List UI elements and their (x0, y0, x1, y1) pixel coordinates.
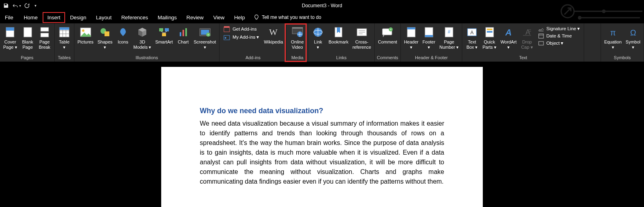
save-icon[interactable] (3, 3, 9, 8)
tab-layout[interactable]: Layout (91, 12, 117, 23)
tab-review[interactable]: Review (182, 12, 209, 23)
header-icon (407, 26, 416, 39)
svg-rect-52 (425, 35, 433, 37)
svg-rect-31 (224, 26, 230, 28)
svg-rect-19 (165, 28, 169, 31)
online-video-icon (292, 26, 303, 39)
lightbulb-icon (254, 14, 259, 20)
my-addins-button[interactable]: My Add-ins ▾ (224, 34, 259, 40)
symbol-icon: Ω (628, 26, 638, 39)
cover-page-button[interactable]: Cover Page ▾ (2, 25, 19, 51)
group-links: Link ▾ Bookmark Cross- reference Links (308, 23, 375, 62)
group-label-pages: Pages (21, 54, 33, 61)
online-video-button[interactable]: Online Video (289, 25, 306, 51)
bookmark-icon (334, 26, 343, 39)
date-time-button[interactable]: Date & Time (538, 33, 580, 39)
svg-text:A: A (525, 28, 530, 36)
svg-rect-25 (185, 28, 187, 36)
page-break-button[interactable]: Page Break (37, 25, 53, 51)
addins-icon (224, 34, 230, 40)
qat-customize-icon[interactable]: ▾ (35, 4, 37, 8)
cross-reference-button[interactable]: Cross- reference (351, 25, 373, 51)
group-label-addins: Add-ins (246, 54, 260, 61)
document-title: Document3 - Word (302, 3, 342, 8)
3d-models-button[interactable]: 3D Models ▾ (132, 25, 153, 51)
chart-button[interactable]: Chart (175, 25, 191, 46)
tab-mailings[interactable]: Mailings (153, 12, 182, 23)
screenshot-button[interactable]: + Screenshot ▾ (192, 25, 218, 51)
drop-cap-button[interactable]: A Drop Cap ▾ (519, 25, 535, 51)
tell-me-search[interactable]: Tell me what you want to do (254, 14, 321, 20)
footer-button[interactable]: Footer ▾ (421, 25, 437, 51)
undo-icon[interactable] (12, 3, 18, 8)
undo-dropdown-icon[interactable]: ▾ (19, 4, 21, 8)
signature-line-button[interactable]: Signature Line ▾ (538, 26, 580, 31)
quick-access-toolbar: ▾ ▾ (0, 3, 37, 8)
svg-rect-50 (407, 27, 415, 29)
wikipedia-button[interactable]: W Wikipedia (262, 25, 285, 46)
date-time-icon (538, 33, 544, 39)
smartart-icon (158, 26, 170, 39)
svg-text:A: A (505, 27, 512, 37)
bookmark-button[interactable]: Bookmark (327, 25, 350, 46)
header-button[interactable]: Header ▾ (402, 25, 420, 51)
group-header-footer: Header ▾ Footer ▾ # Page Number ▾ Header… (401, 23, 462, 62)
shapes-button[interactable]: Shapes ▾ (96, 25, 114, 51)
object-button[interactable]: Object ▾ (538, 40, 580, 46)
table-button[interactable]: Table ▾ (56, 25, 72, 51)
group-label-tables: Tables (58, 54, 71, 61)
ribbon-insert: Cover Page ▾ Blank Page Page Break Pages… (0, 23, 644, 62)
smartart-button[interactable]: SmartArt (154, 25, 174, 46)
text-box-button[interactable]: A Text Box ▾ (464, 25, 480, 51)
document-heading: Why do we need data visualization? (200, 106, 444, 116)
svg-rect-58 (487, 29, 492, 30)
icons-button[interactable]: Icons (115, 25, 131, 46)
equation-button[interactable]: π Equation ▾ (603, 25, 623, 51)
svg-text:+: + (390, 28, 392, 31)
text-box-icon: A (467, 26, 477, 39)
page-number-button[interactable]: # Page Number ▾ (438, 25, 460, 51)
svg-point-15 (82, 29, 84, 32)
shapes-icon (100, 26, 110, 39)
table-icon (59, 26, 70, 39)
object-icon (538, 40, 544, 46)
redo-icon[interactable] (24, 3, 30, 8)
equation-icon: π (608, 26, 618, 39)
tab-home[interactable]: Home (19, 12, 43, 23)
tab-insert[interactable]: Insert (43, 12, 66, 23)
group-label-links: Links (336, 54, 347, 61)
blank-page-button[interactable]: Blank Page (20, 25, 36, 51)
link-button[interactable]: Link ▾ (310, 25, 326, 51)
decorative-circuit (556, 0, 644, 23)
drop-cap-icon: A (522, 26, 532, 39)
tab-references[interactable]: References (117, 12, 153, 23)
get-addins-button[interactable]: Get Add-ins (224, 26, 259, 32)
pictures-button[interactable]: Pictures (76, 25, 95, 46)
tab-design[interactable]: Design (65, 12, 91, 23)
comment-button[interactable]: + Comment (376, 25, 399, 46)
svg-point-2 (603, 10, 605, 12)
tab-help[interactable]: Help (229, 12, 250, 23)
document-area: Why do we need data visualization? We ne… (0, 62, 644, 207)
wordart-icon: A (503, 26, 514, 39)
cross-reference-icon (357, 26, 367, 39)
svg-text:W: W (269, 28, 278, 37)
svg-rect-67 (539, 41, 544, 45)
group-symbols: π Equation ▾ Ω Symbol ▾ Symbols (601, 23, 644, 62)
group-comments: + Comment Comments (375, 23, 401, 62)
group-tables: Table ▾ Tables (55, 23, 74, 62)
tab-view[interactable]: View (208, 12, 229, 23)
group-text: A Text Box ▾ Quick Parts ▾ A WordArt ▾ A… (462, 23, 584, 62)
quick-parts-button[interactable]: Quick Parts ▾ (481, 25, 498, 51)
svg-rect-17 (105, 31, 109, 36)
symbol-button[interactable]: Ω Symbol ▾ (624, 25, 642, 51)
svg-rect-5 (24, 27, 32, 37)
document-page[interactable]: Why do we need data visualization? We ne… (161, 67, 483, 207)
tab-file[interactable]: File (2, 12, 19, 23)
wordart-button[interactable]: A WordArt ▾ (499, 25, 518, 51)
svg-rect-59 (487, 31, 492, 33)
group-pages: Cover Page ▾ Blank Page Page Break Pages (0, 23, 55, 62)
svg-point-33 (225, 37, 226, 39)
svg-rect-13 (59, 27, 69, 30)
chart-icon (178, 26, 188, 39)
